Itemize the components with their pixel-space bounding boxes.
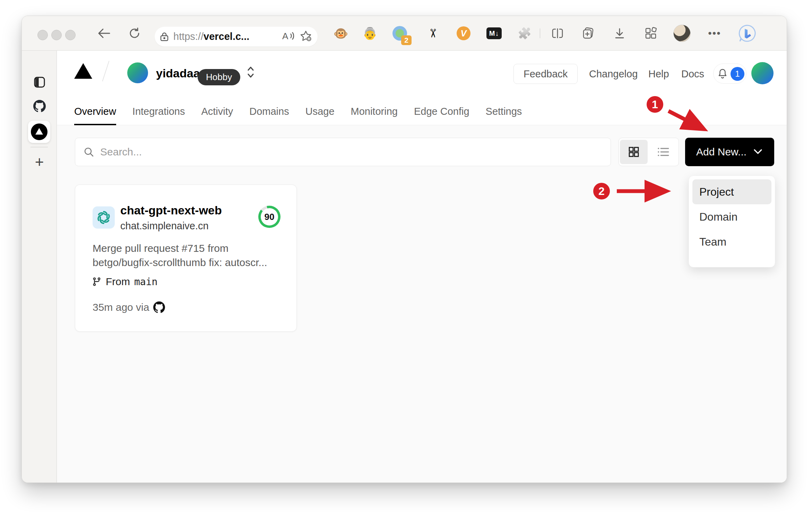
- github-icon: [153, 301, 165, 313]
- search-input[interactable]: [100, 146, 447, 158]
- persona-extension-icon[interactable]: 👵: [360, 16, 380, 51]
- collections-icon[interactable]: [578, 16, 598, 51]
- sidebar-panel-toggle-icon[interactable]: [22, 76, 57, 88]
- lock-icon: [160, 32, 169, 42]
- read-aloud-icon[interactable]: A: [282, 31, 295, 43]
- markdown-extension-icon[interactable]: M↓: [484, 16, 504, 51]
- back-icon[interactable]: [96, 16, 111, 51]
- feedback-button[interactable]: Feedback: [513, 64, 578, 84]
- vercel-favicon: [31, 123, 47, 140]
- tab-settings[interactable]: Settings: [486, 97, 522, 125]
- tab-domains[interactable]: Domains: [249, 97, 289, 125]
- new-tab-button[interactable]: +: [22, 153, 57, 171]
- vercel-body: Add New... chat-gpt-next-web chat.simple…: [57, 125, 787, 483]
- dropdown-item-team[interactable]: Team: [692, 229, 771, 254]
- tab-integrations[interactable]: Integrations: [132, 97, 185, 125]
- traffic-minimize-button[interactable]: [51, 30, 62, 40]
- team-switcher-icon[interactable]: [245, 65, 256, 81]
- browser-vertical-tabs-sidebar: +: [22, 51, 57, 483]
- proxy-extension-badge: 2: [401, 35, 412, 45]
- breadcrumb-slash: [102, 61, 109, 82]
- browser-toolbar: https://vercel.c... A 🐵 👵 2 ✂ V M↓ 🧩: [22, 16, 787, 51]
- project-domain[interactable]: chat.simplenaive.cn: [120, 220, 209, 232]
- traffic-close-button[interactable]: [37, 30, 48, 40]
- deployment-meta: 35m ago via: [93, 301, 165, 313]
- vercel-tab-active[interactable]: [28, 121, 50, 143]
- project-search[interactable]: [75, 138, 611, 166]
- bell-icon: [718, 68, 727, 79]
- view-toggle: [619, 138, 679, 166]
- address-bar[interactable]: https://vercel.c... A: [155, 27, 318, 46]
- profile-avatar[interactable]: [672, 16, 692, 51]
- add-new-button[interactable]: Add New...: [685, 138, 774, 166]
- list-view-icon: [657, 147, 670, 157]
- tab-monitoring[interactable]: Monitoring: [351, 97, 398, 125]
- sidebar-divider: [31, 147, 48, 147]
- tab-edge-config[interactable]: Edge Config: [414, 97, 469, 125]
- changelog-link[interactable]: Changelog: [589, 68, 638, 80]
- add-new-label: Add New...: [696, 146, 746, 158]
- tab-activity[interactable]: Activity: [201, 97, 233, 125]
- scissors-extension-icon[interactable]: ✂: [416, 23, 450, 44]
- project-name[interactable]: chat-gpt-next-web: [120, 204, 222, 217]
- lighthouse-score-ring: 90: [258, 206, 280, 228]
- tab-usage[interactable]: Usage: [305, 97, 335, 125]
- team-avatar[interactable]: [127, 62, 148, 83]
- chevron-down-icon: [753, 148, 763, 155]
- deploy-time: 35m ago via: [93, 301, 149, 313]
- vercel-header: yidadaa Hobby Feedback Changelog Help Do…: [57, 51, 787, 125]
- dropdown-item-domain[interactable]: Domain: [692, 204, 771, 229]
- extensions-puzzle-icon[interactable]: 🧩: [514, 16, 535, 51]
- tab-overview[interactable]: Overview: [74, 97, 116, 125]
- user-avatar[interactable]: [751, 62, 774, 84]
- page-content: yidadaa Hobby Feedback Changelog Help Do…: [57, 51, 787, 483]
- vercel-tab-bar: Overview Integrations Activity Domains U…: [74, 97, 522, 125]
- branch-row: From main: [92, 276, 157, 288]
- docs-link[interactable]: Docs: [681, 68, 704, 80]
- grid-view-icon: [628, 146, 640, 158]
- notifications-button[interactable]: 1: [713, 63, 746, 84]
- team-name: yidadaa: [156, 67, 200, 80]
- url-text: https://vercel.c...: [173, 31, 249, 42]
- list-view-button[interactable]: [650, 140, 677, 164]
- toolbar-divider: [540, 28, 540, 38]
- help-link[interactable]: Help: [648, 68, 669, 80]
- plan-badge: Hobby: [198, 69, 240, 85]
- dropdown-item-project[interactable]: Project: [692, 179, 771, 204]
- grid-view-button[interactable]: [620, 140, 648, 164]
- reload-icon[interactable]: [127, 16, 142, 51]
- github-tab-icon[interactable]: [22, 100, 57, 112]
- from-label: From: [106, 276, 130, 288]
- tampermonkey-extension-icon[interactable]: 🐵: [330, 16, 351, 51]
- git-branch-icon: [92, 277, 102, 287]
- openai-logo-icon: [93, 206, 115, 229]
- split-screen-icon[interactable]: [547, 16, 568, 51]
- proxy-extension-icon[interactable]: 2: [389, 16, 410, 51]
- branch-name: main: [134, 276, 157, 288]
- traffic-zoom-button[interactable]: [65, 30, 76, 40]
- v-extension-icon[interactable]: V: [453, 16, 474, 51]
- notification-count-badge: 1: [731, 67, 744, 81]
- browser-window: https://vercel.c... A 🐵 👵 2 ✂ V M↓ 🧩: [21, 16, 787, 483]
- bing-chat-icon[interactable]: [736, 16, 758, 51]
- svg-text:A: A: [282, 31, 288, 41]
- apps-grid-icon[interactable]: [640, 16, 661, 51]
- more-menu-icon[interactable]: •••: [704, 16, 725, 51]
- downloads-icon[interactable]: [609, 16, 630, 51]
- vercel-logo-icon[interactable]: [74, 63, 92, 79]
- search-icon: [84, 147, 94, 157]
- add-new-dropdown: Project Domain Team: [689, 176, 775, 267]
- score-value: 90: [265, 212, 275, 222]
- favorite-star-icon[interactable]: [300, 31, 312, 43]
- cat-avatar-image: [673, 25, 691, 42]
- commit-message: Merge pull request #715 from betgo/bugfi…: [93, 241, 280, 270]
- project-card[interactable]: chat-gpt-next-web chat.simplenaive.cn 90…: [75, 185, 297, 332]
